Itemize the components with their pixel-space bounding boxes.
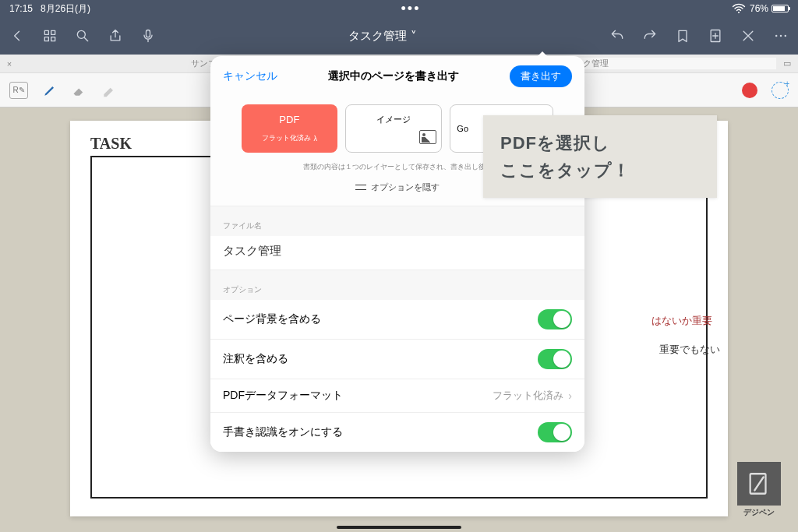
- date: 8月26日(月): [41, 3, 90, 14]
- option-pdf-format[interactable]: PDFデータフォーマット フラット化済み ›: [210, 379, 584, 413]
- modal-title: 選択中のページを書き出す: [277, 69, 510, 83]
- readonly-icon[interactable]: R✎: [9, 82, 28, 99]
- tab-overflow-icon[interactable]: ▭: [776, 58, 798, 69]
- svg-point-5: [77, 30, 85, 38]
- svg-rect-2: [51, 30, 55, 34]
- app-toolbar: タスク管理 ˅: [0, 17, 798, 55]
- home-indicator[interactable]: [337, 526, 461, 529]
- handwriting-black: 重要でもない: [659, 343, 720, 357]
- toggle-include-bg[interactable]: [538, 309, 572, 329]
- redo-icon[interactable]: [642, 28, 658, 44]
- toggle-include-annot[interactable]: [538, 349, 572, 369]
- highlighter-tool-icon[interactable]: [101, 83, 117, 98]
- svg-point-9: [780, 35, 782, 37]
- filename-input[interactable]: タスク管理: [210, 236, 584, 270]
- chevron-right-icon: ›: [568, 389, 572, 402]
- undo-icon[interactable]: [609, 28, 625, 44]
- format-image[interactable]: イメージ: [345, 104, 443, 153]
- battery-icon: [772, 5, 789, 12]
- option-include-annot: 注釈を含める: [210, 340, 584, 379]
- share-icon[interactable]: [108, 28, 123, 44]
- option-include-bg: ページ背景を含める: [210, 300, 584, 340]
- option-handwriting: 手書き認識をオンにする: [210, 413, 584, 452]
- watermark: デジペン: [737, 462, 781, 518]
- close-icon[interactable]: [740, 28, 756, 44]
- svg-point-8: [775, 35, 778, 37]
- search-icon[interactable]: [75, 28, 90, 44]
- sliders-icon: [355, 183, 366, 192]
- export-button[interactable]: 書き出す: [510, 65, 572, 87]
- cancel-button[interactable]: キャンセル: [223, 69, 277, 83]
- add-color-icon[interactable]: [772, 82, 789, 99]
- options-label: オプション: [210, 270, 584, 300]
- eraser-tool-icon[interactable]: [72, 83, 87, 98]
- pen-tool-icon[interactable]: [42, 83, 58, 98]
- filename-label: ファイル名: [210, 206, 584, 236]
- close-tab-icon[interactable]: ×: [0, 59, 19, 69]
- svg-point-0: [738, 12, 740, 13]
- popover-arrow: [535, 51, 550, 59]
- svg-point-10: [785, 35, 787, 37]
- pdf-icon: λ: [314, 135, 318, 143]
- wifi-icon: [731, 1, 747, 16]
- multitask-dots[interactable]: •••: [90, 1, 731, 17]
- image-icon: [419, 130, 436, 144]
- battery-pct: 76%: [750, 3, 768, 14]
- instruction-callout: PDFを選択し ここをタップ！: [483, 115, 717, 198]
- toggle-handwriting[interactable]: [538, 422, 572, 442]
- more-icon[interactable]: [773, 28, 789, 44]
- bookmark-icon[interactable]: [675, 28, 690, 44]
- svg-rect-6: [147, 30, 150, 37]
- grid-icon[interactable]: [42, 28, 58, 44]
- handwriting-red: はないか重要: [651, 314, 712, 328]
- mic-icon[interactable]: [140, 28, 156, 44]
- clock: 17:15: [9, 3, 33, 14]
- svg-rect-3: [44, 37, 48, 41]
- status-bar: 17:15 8月26日(月) ••• 76%: [0, 0, 798, 17]
- new-page-icon[interactable]: [708, 28, 723, 44]
- svg-rect-1: [44, 30, 48, 34]
- document-title[interactable]: タスク管理 ˅: [173, 29, 592, 44]
- back-icon[interactable]: [9, 28, 25, 44]
- svg-rect-4: [51, 37, 55, 41]
- format-pdf[interactable]: PDF フラット化済みλ: [242, 104, 337, 153]
- color-red[interactable]: [742, 83, 757, 98]
